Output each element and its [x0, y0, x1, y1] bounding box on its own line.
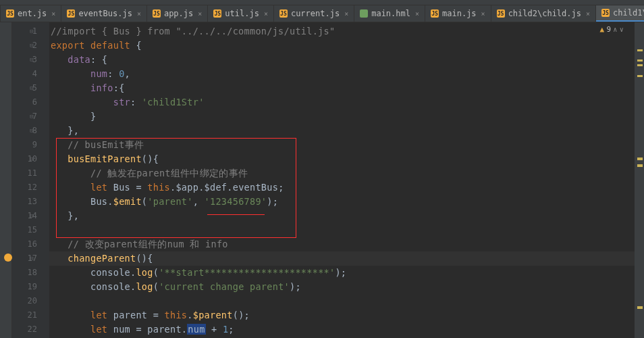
gutter-line: 11 [12, 166, 37, 180]
code-line[interactable] [49, 223, 635, 237]
js-file-icon: JS [6, 9, 14, 18]
overview-marker[interactable] [637, 306, 643, 309]
js-file-icon: JS [279, 9, 288, 18]
gutter-line: 19 [12, 280, 37, 294]
code-line[interactable]: console.log('current change parent'); [49, 280, 635, 294]
gutter: 1⊟2⊟3⊟45⊟67⊟8⊟910⊟11121314⊟151617⊟181920… [12, 22, 49, 338]
tab-label: child1\child.js [613, 8, 644, 18]
code-line[interactable]: changeParent(){ [49, 251, 635, 266]
code-line[interactable]: // 触发在parent组件中绑定的事件 [49, 166, 635, 180]
close-icon[interactable]: × [585, 10, 591, 18]
warning-up[interactable]: ∧ [613, 26, 617, 33]
gutter-line: 21 [12, 308, 37, 322]
code-line[interactable]: }, [49, 209, 635, 223]
gutter-line: 17⊟ [12, 251, 37, 266]
tab-child2-child-js[interactable]: JSchild2\child.js× [491, 5, 596, 22]
gutter-line: 3⊟ [12, 53, 37, 67]
gutter-line: 9 [12, 138, 37, 152]
js-file-icon: JS [67, 9, 75, 18]
gutter-line: 16 [12, 237, 37, 251]
js-file-icon: JS [431, 9, 439, 18]
editor-area: 1⊟2⊟3⊟45⊟67⊟8⊟910⊟11121314⊟151617⊟181920… [0, 22, 644, 338]
gutter-line: 15 [12, 223, 37, 237]
gutter-line: 5⊟ [12, 81, 37, 95]
code-line[interactable]: str: 'child1Str' [49, 95, 635, 110]
tab-label: current.js [291, 9, 340, 18]
js-file-icon: JS [601, 9, 610, 17]
fold-icon[interactable]: ⊟ [30, 251, 33, 266]
tab-eventBus-js[interactable]: JSeventBus.js× [61, 5, 147, 22]
tab-child1-child-js[interactable]: JSchild1\child.js× [596, 5, 644, 22]
overview-marker[interactable] [637, 164, 643, 167]
gutter-line: 22 [12, 322, 37, 337]
gutter-line: 13 [12, 195, 37, 209]
tab-bar: JSent.js×JSeventBus.js×JSapp.js×JSutil.j… [0, 5, 644, 22]
close-icon[interactable]: × [263, 10, 269, 18]
warning-badge[interactable]: ▲ 9 ∧ ∨ [599, 25, 624, 34]
code-line[interactable]: let Bus = this.$app.$def.eventBus; [49, 180, 635, 195]
code-line[interactable]: num: 0, [49, 67, 635, 81]
breadcrumb-bar [0, 0, 644, 5]
js-file-icon: JS [497, 9, 505, 18]
warning-count: 9 [606, 25, 611, 34]
code-line[interactable]: //import { Bus } from "../../../common/j… [49, 24, 635, 39]
fold-icon[interactable]: ⊟ [30, 24, 33, 39]
tab-main-hml[interactable]: main.hml× [354, 5, 425, 22]
tab-label: child2\child.js [508, 9, 581, 18]
code-line[interactable]: } [49, 110, 635, 124]
overview-marker[interactable] [637, 59, 643, 62]
tab-main-js[interactable]: JSmain.js× [425, 5, 491, 22]
gutter-line: 2⊟ [12, 39, 37, 53]
fold-icon[interactable]: ⊟ [30, 39, 33, 53]
code-line[interactable] [49, 294, 635, 308]
close-icon[interactable]: × [136, 10, 142, 18]
intention-bulb-icon[interactable] [4, 254, 12, 262]
code-line[interactable]: info:{ [49, 81, 635, 95]
tab-util-js[interactable]: JSutil.js× [208, 5, 274, 22]
overview-marker[interactable] [637, 158, 643, 160]
close-icon[interactable]: × [414, 10, 421, 18]
hml-file-icon [360, 9, 368, 18]
fold-icon[interactable]: ⊟ [30, 209, 33, 223]
tab-label: util.js [225, 9, 259, 18]
fold-icon[interactable]: ⊟ [30, 110, 33, 124]
gutter-line: 20 [12, 294, 37, 308]
code-line[interactable]: export default { [49, 39, 635, 53]
gutter-line: 10⊟ [12, 152, 37, 166]
fold-icon[interactable]: ⊟ [30, 81, 33, 95]
gutter-line: 7⊟ [12, 110, 37, 124]
overview-ruler[interactable] [635, 22, 644, 338]
gutter-line: 6 [12, 95, 37, 110]
warning-down[interactable]: ∨ [620, 26, 624, 33]
code-line[interactable]: busEmitParent(){ [49, 152, 635, 166]
overview-marker[interactable] [637, 75, 643, 77]
close-icon[interactable]: × [343, 10, 350, 18]
code-line[interactable]: let parent = this.$parent(); [49, 308, 635, 322]
close-icon[interactable]: × [50, 10, 57, 18]
code-line[interactable]: Bus.$emit('parent', '123456789'); [49, 195, 635, 209]
code-line[interactable]: }, [49, 124, 635, 138]
gutter-line: 1⊟ [12, 24, 37, 39]
code-line[interactable]: // busEmit事件 [49, 138, 635, 152]
gutter-line: 14⊟ [12, 209, 37, 223]
gutter-line: 4 [12, 67, 37, 81]
fold-icon[interactable]: ⊟ [30, 124, 33, 138]
js-file-icon: JS [213, 9, 221, 18]
overview-marker[interactable] [637, 64, 643, 66]
tab-ent-js[interactable]: JSent.js× [0, 5, 61, 22]
close-icon[interactable]: × [480, 10, 487, 18]
close-icon[interactable]: × [196, 10, 203, 18]
code-line[interactable]: // 改变parent组件的num 和 info [49, 237, 635, 251]
code-line[interactable]: data: { [49, 53, 635, 67]
tab-current-js[interactable]: JScurrent.js× [274, 5, 354, 22]
overview-marker[interactable] [637, 49, 643, 51]
js-file-icon: JS [153, 9, 161, 18]
tab-label: eventBus.js [78, 9, 132, 18]
tab-app-js[interactable]: JSapp.js× [147, 5, 208, 22]
code-line[interactable]: console.log('**start********************… [49, 266, 635, 280]
fold-icon[interactable]: ⊟ [30, 152, 33, 166]
fold-icon[interactable]: ⊟ [30, 53, 33, 67]
code-line[interactable]: let num = parent.num + 1; [49, 322, 635, 337]
code-editor[interactable]: ▲ 9 ∧ ∨ //import { Bus } from "../../../… [49, 22, 635, 338]
gutter-line: 8⊟ [12, 124, 37, 138]
